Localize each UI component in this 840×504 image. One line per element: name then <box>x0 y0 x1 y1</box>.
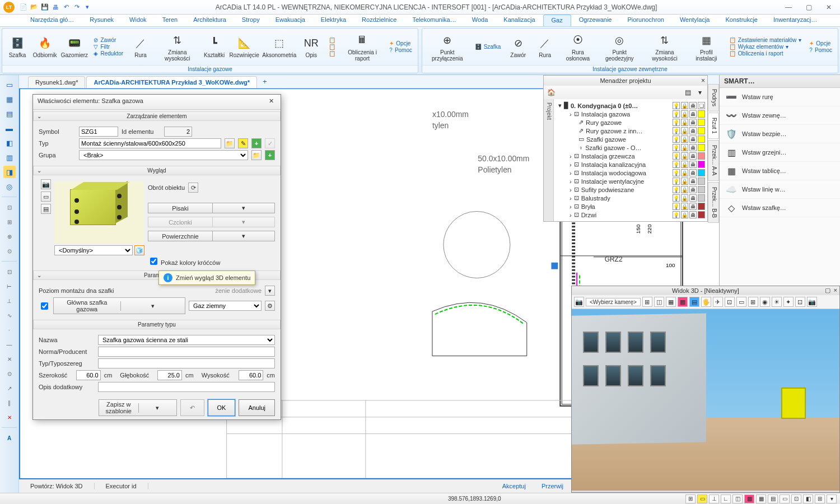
cmd-powtorz[interactable]: Powtórz: Widok 3D <box>19 483 95 489</box>
btn-grp-add[interactable]: + <box>265 150 275 160</box>
rib-rura[interactable]: ／Rura <box>129 31 152 63</box>
snap-11[interactable]: ✕ <box>3 353 16 365</box>
st-7[interactable]: ▦ <box>756 494 766 503</box>
rib-szafka[interactable]: 🗄️Szafka <box>6 31 29 63</box>
ribbon-tab[interactable]: Wentylacja <box>672 15 718 26</box>
smart-item[interactable]: ➖Wstaw rurę <box>720 88 840 106</box>
combo-glowna[interactable]: Główna szafka gazowa▾ <box>53 297 185 314</box>
pm-tool-2[interactable]: ▾ <box>695 87 705 97</box>
input-wys[interactable] <box>239 370 263 380</box>
lb-7[interactable]: ◨ <box>3 166 16 178</box>
rib-punkt-przyl[interactable]: ⊕Punkt przyłączenia <box>426 31 469 63</box>
rib-wykaz[interactable]: 📋Wykaz elementów▾ <box>729 44 802 50</box>
rib-zawor-ext[interactable]: ⊘Zawór <box>506 31 530 63</box>
v3d-camera-select[interactable]: <Wybierz kamerę> <box>586 298 641 306</box>
pm-tree-row[interactable]: ▭Szafki gazowe💡🔒🖶 <box>554 135 707 143</box>
lb-6[interactable]: ▥ <box>3 151 16 164</box>
lb-4[interactable]: ▬ <box>3 122 16 134</box>
st-6[interactable]: ▩ <box>744 494 754 503</box>
rib-doc3[interactable]: 📋 <box>329 50 335 57</box>
pm-sidetab[interactable]: Projekt <box>544 99 554 221</box>
snap-4[interactable]: ⊙ <box>3 245 16 257</box>
v3d-cam-icon[interactable]: 📷 <box>574 297 584 307</box>
btn-cam[interactable]: 📷 <box>41 179 51 189</box>
st-11[interactable]: ◧ <box>803 494 813 503</box>
rib-rura-ext[interactable]: ／Rura <box>533 31 557 63</box>
rib-zmiana-wys-ext[interactable]: ⇅Zmiana wysokości <box>643 31 686 63</box>
lb-3[interactable]: ▤ <box>3 108 16 120</box>
view3d-max[interactable]: ▢ <box>825 287 830 294</box>
dlg-close-button[interactable]: ✕ <box>266 97 276 106</box>
snap-6[interactable]: ⊢ <box>3 280 16 292</box>
v3d-t15[interactable]: 📷 <box>807 297 817 307</box>
snap-a[interactable]: A <box>3 432 16 444</box>
ribbon-tab[interactable]: Widok <box>122 15 155 26</box>
pm-home-icon[interactable]: 🏠 <box>546 87 556 97</box>
st-3[interactable]: ⊥ <box>709 494 719 503</box>
smart-item[interactable]: ◇Wstaw szafkę… <box>720 199 840 217</box>
minimize-button[interactable]: — <box>781 2 796 13</box>
select-grupa[interactable]: <Brak> <box>79 150 248 160</box>
maximize-button[interactable]: ▢ <box>801 2 816 13</box>
snap-3[interactable]: ⊕ <box>3 230 16 242</box>
btn-zapisz-szablon[interactable]: Zapisz w szablonie▾ <box>99 399 177 416</box>
snap-12[interactable]: ⊙ <box>3 367 16 380</box>
rib-ksztaltki[interactable]: ┗Kształtki <box>203 31 226 63</box>
snap-1[interactable]: ⊡ <box>3 201 16 213</box>
input-norma[interactable] <box>98 347 275 357</box>
vtab[interactable]: Przek… B-B <box>708 182 719 223</box>
btn-typ-browse[interactable]: 📁 <box>225 138 235 148</box>
dlg-sect-typ[interactable]: Parametry typu <box>33 320 281 329</box>
dlg-sect-manage[interactable]: ⌄Zarządzanie elementem <box>33 111 281 121</box>
btn-typ-edit[interactable]: ✎ <box>238 138 248 148</box>
input-opis[interactable] <box>98 382 275 392</box>
input-typt[interactable] <box>98 358 275 368</box>
st-13[interactable]: ▾ <box>827 494 837 503</box>
rib-szafka-ext[interactable]: 🗄️Szafka <box>473 31 503 63</box>
vtab[interactable]: Przek… A-A <box>708 140 719 180</box>
rib-rura-osl[interactable]: ⦿Rura osłonowa <box>560 31 595 63</box>
combo-powierz[interactable]: Powierzchnie▾ <box>148 231 275 241</box>
pm-tree-row[interactable]: ›⊡Sufity podwieszane💡🔒🖶 <box>554 185 707 194</box>
smart-item[interactable]: ☁️Wstaw linię w… <box>720 180 840 199</box>
lb-1[interactable]: ▭ <box>3 78 16 91</box>
rib-aksonometria[interactable]: ⬚Aksonometria <box>263 31 296 63</box>
select-gaz[interactable]: Gaz ziemny <box>189 301 262 311</box>
btn-grp-browse[interactable]: 📁 <box>251 150 262 160</box>
ribbon-tab[interactable]: Piorunochron <box>619 15 671 26</box>
qat-open-icon[interactable]: 📂 <box>30 3 39 12</box>
ribbon-tab[interactable]: Architektura <box>185 15 234 26</box>
rib-opcje[interactable]: ✦Opcje <box>389 40 412 46</box>
pm-tree-row[interactable]: ›⊡Instalacja gazowa💡🔒🖶 <box>554 110 707 118</box>
cmd-akceptuj[interactable]: Akceptuj <box>494 483 534 489</box>
st-12[interactable]: ⊞ <box>815 494 825 503</box>
vtab[interactable]: Rzut 1 <box>708 113 719 139</box>
btn-gaz-cfg[interactable]: ⚙ <box>265 301 275 311</box>
rib-oblicz-ext[interactable]: 📋Obliczenia i raport <box>729 50 802 57</box>
ribbon-tab[interactable]: Konstrukcje <box>718 15 766 26</box>
qat-undo-icon[interactable]: ↶ <box>62 3 71 12</box>
input-gleb[interactable] <box>157 370 182 380</box>
rib-pomoc[interactable]: ?Pomoc <box>389 47 412 53</box>
btn-style-3d[interactable]: 🧊 <box>134 245 144 255</box>
ribbon-tab[interactable]: Inwentaryzacj… <box>766 15 825 26</box>
v3d-t9[interactable]: ▭ <box>736 297 746 307</box>
ribbon-tab[interactable]: Narzędzia głó… <box>22 15 82 26</box>
ribbon-tab[interactable]: Teren <box>155 15 186 26</box>
v3d-t6[interactable]: 🖐 <box>701 297 711 307</box>
v3d-t3[interactable]: ▦ <box>666 297 676 307</box>
combo-pisaki[interactable]: Pisaki▾ <box>148 203 275 213</box>
st-5[interactable]: ◫ <box>732 494 743 503</box>
snap-10[interactable]: — <box>3 338 16 351</box>
ribbon-tab[interactable]: Ewakuacja <box>268 15 313 26</box>
smart-item[interactable]: 🛡️Wstaw bezpie… <box>720 125 840 143</box>
lb-2[interactable]: ▦ <box>3 93 16 105</box>
close-button[interactable]: ✕ <box>821 2 837 13</box>
rib-filtr[interactable]: ▽Filtr <box>94 44 123 50</box>
input-symbol[interactable] <box>79 127 118 137</box>
smart-item[interactable]: 〰️Wstaw zewnę… <box>720 106 840 125</box>
rib-opis[interactable]: NROpis <box>300 31 323 63</box>
btn-poziom-arr[interactable]: ▾ <box>265 286 275 296</box>
rib-gazomierz[interactable]: 📟Gazomierz <box>60 31 88 63</box>
st-8[interactable]: ▤ <box>768 494 778 503</box>
